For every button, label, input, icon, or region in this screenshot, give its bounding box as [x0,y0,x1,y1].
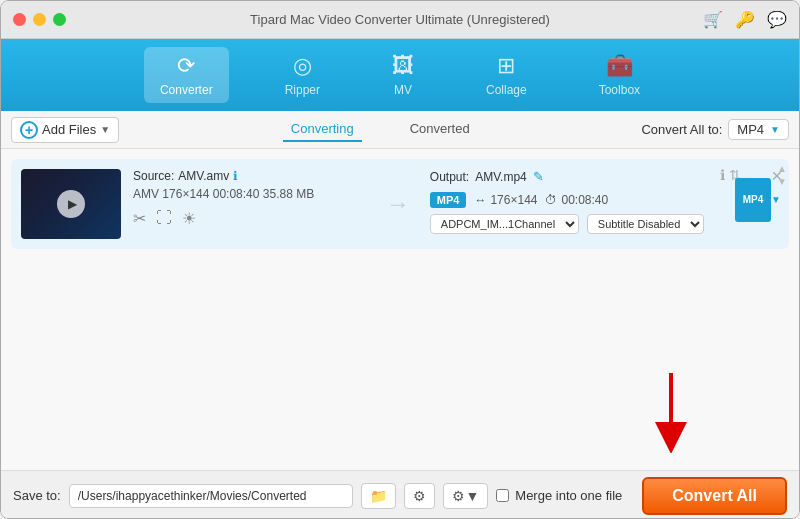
nav-toolbox-label: Toolbox [599,83,640,97]
nav-collage-label: Collage [486,83,527,97]
scroll-up-icon[interactable]: ▲ [777,163,787,174]
nav-collage[interactable]: ⊞ Collage [470,47,543,103]
resize-icon: ↔ [474,193,486,207]
output-dropdowns: ADPCM_IM...1Channel Subtitle Disabled [430,214,779,234]
output-duration: ⏱ 00:08:40 [545,193,608,207]
ripper-icon: ◎ [293,53,312,79]
title-bar-icons: 🛒 🔑 💬 [703,10,787,29]
close-button[interactable] [13,13,26,26]
convert-all-to-area: Convert All to: MP4 ▼ [641,119,789,140]
toolbox-icon: 🧰 [606,53,633,79]
collage-icon: ⊞ [497,53,515,79]
nav-converter-label: Converter [160,83,213,97]
info-top-icon[interactable]: ℹ [720,167,725,183]
format-thumbnail[interactable]: MP4 [735,178,771,222]
merge-label: Merge into one file [515,488,622,503]
format-thumb-area: MP4 ▼ [771,194,781,205]
key-icon[interactable]: 🔑 [735,10,755,29]
convert-all-to-label: Convert All to: [641,122,722,137]
video-thumbnail[interactable]: ▶ [21,169,121,239]
file-size-value: 35.88 MB [263,187,314,201]
toolbar: + Add Files ▼ Converting Converted Conve… [1,111,799,149]
nav-toolbox[interactable]: 🧰 Toolbox [583,47,656,103]
arrow-right-icon: → [386,190,410,218]
toolbar-tabs: Converting Converted [119,117,641,142]
play-button[interactable]: ▶ [57,190,85,218]
convert-all-to-dropdown[interactable]: MP4 ▼ [728,119,789,140]
main-content: ▶ Source: AMV.amv ℹ AMV 176×144 00:08:40… [1,149,799,470]
settings-button[interactable]: ⚙ [404,483,435,509]
nav-mv-label: MV [394,83,412,97]
nav-mv[interactable]: 🖼 MV [376,47,430,103]
file-format: AMV [133,187,159,201]
browse-folder-button[interactable]: 📁 [361,483,396,509]
maximize-button[interactable] [53,13,66,26]
message-icon[interactable]: 💬 [767,10,787,29]
source-filename: AMV.amv [178,169,229,183]
subtitle-dropdown[interactable]: Subtitle Disabled [587,214,704,234]
save-to-label: Save to: [13,488,61,503]
source-info: Source: AMV.amv ℹ AMV 176×144 00:08:40 3… [133,169,366,228]
format-dropdown-icon[interactable]: ▼ [771,194,781,205]
extra-settings-button[interactable]: ⚙▼ [443,483,488,509]
merge-checkbox[interactable] [496,489,509,502]
output-filename: AMV.mp4 [475,170,527,184]
audio-codec-dropdown[interactable]: ADPCM_IM...1Channel [430,214,579,234]
app-title: Tipard Mac Video Converter Ultimate (Unr… [250,12,550,27]
scroll-arrows: ▲ ▼ [777,163,787,187]
merge-checkbox-area: Merge into one file [496,488,622,503]
output-size-value: 176×144 [490,193,537,207]
file-row: ▶ Source: AMV.amv ℹ AMV 176×144 00:08:40… [11,159,789,249]
output-format-badge: MP4 [430,192,467,208]
output-label: Output: [430,170,469,184]
file-meta: AMV 176×144 00:08:40 35.88 MB [133,187,366,201]
clock-icon: ⏱ [545,193,557,207]
bottom-bar: Save to: 📁 ⚙ ⚙▼ Merge into one file Conv… [1,470,799,519]
traffic-lights [13,13,66,26]
output-specs-row: MP4 ↔ 176×144 ⏱ 00:08:40 [430,192,779,208]
thumbnail-image: ▶ [21,169,121,239]
trim-icon[interactable]: ✂ [133,209,146,228]
file-dimensions: 176×144 [162,187,212,201]
nav-converter[interactable]: ⟳ Converter [144,47,229,103]
save-path-input[interactable] [69,484,354,508]
tab-converting[interactable]: Converting [283,117,362,142]
nav-bar: ⟳ Converter ◎ Ripper 🖼 MV ⊞ Collage 🧰 To… [1,39,799,111]
output-dimensions: ↔ 176×144 [474,193,537,207]
output-duration-value: 00:08:40 [561,193,608,207]
convert-all-button[interactable]: Convert All [642,477,787,515]
nav-ripper-label: Ripper [285,83,320,97]
dropdown-arrow-icon: ▼ [770,124,780,135]
scroll-down-icon[interactable]: ▼ [777,176,787,187]
mv-icon: 🖼 [392,53,414,79]
crop-icon[interactable]: ⛶ [156,209,172,228]
file-duration: 00:08:40 [213,187,260,201]
source-info-icon[interactable]: ℹ [233,169,238,183]
add-files-dropdown-icon[interactable]: ▼ [100,124,110,135]
effects-icon[interactable]: ☀ [182,209,196,228]
plus-circle-icon: + [20,121,38,139]
source-row: Source: AMV.amv ℹ [133,169,366,183]
converter-icon: ⟳ [177,53,195,79]
add-files-button[interactable]: + Add Files ▼ [11,117,119,143]
file-actions: ✂ ⛶ ☀ [133,209,366,228]
cart-icon[interactable]: 🛒 [703,10,723,29]
title-bar: Tipard Mac Video Converter Ultimate (Unr… [1,1,799,39]
minimize-button[interactable] [33,13,46,26]
tab-converted[interactable]: Converted [402,117,478,142]
output-edit-icon[interactable]: ✎ [533,169,544,184]
nav-ripper[interactable]: ◎ Ripper [269,47,336,103]
convert-all-to-value: MP4 [737,122,764,137]
source-label: Source: [133,169,174,183]
add-files-label: Add Files [42,122,96,137]
format-thumb-label: MP4 [743,194,764,205]
